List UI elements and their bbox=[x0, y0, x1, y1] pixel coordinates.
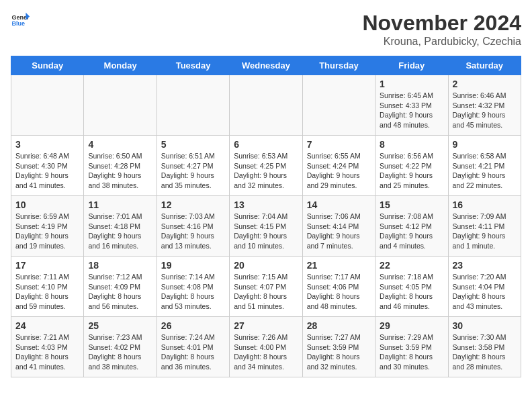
calendar-cell bbox=[157, 75, 229, 136]
calendar-cell: 21Sunrise: 7:17 AM Sunset: 4:06 PM Dayli… bbox=[302, 257, 375, 317]
calendar-cell: 25Sunrise: 7:23 AM Sunset: 4:02 PM Dayli… bbox=[84, 317, 157, 377]
day-number: 25 bbox=[88, 320, 152, 331]
logo: General Blue bbox=[11, 11, 30, 30]
day-info: Sunrise: 7:24 AM Sunset: 4:01 PM Dayligh… bbox=[161, 332, 225, 372]
header-wednesday: Wednesday bbox=[230, 56, 302, 75]
day-number: 9 bbox=[453, 139, 517, 150]
day-number: 11 bbox=[88, 199, 152, 210]
day-number: 16 bbox=[453, 199, 517, 210]
title-block: November 2024 Krouna, Pardubicky, Czechi… bbox=[362, 11, 521, 48]
calendar-week-3: 10Sunrise: 6:59 AM Sunset: 4:19 PM Dayli… bbox=[11, 196, 521, 257]
day-number: 27 bbox=[234, 320, 298, 331]
day-info: Sunrise: 7:08 AM Sunset: 4:12 PM Dayligh… bbox=[380, 212, 443, 251]
day-info: Sunrise: 7:21 AM Sunset: 4:03 PM Dayligh… bbox=[15, 332, 79, 372]
day-number: 30 bbox=[453, 320, 517, 331]
day-info: Sunrise: 6:48 AM Sunset: 4:30 PM Dayligh… bbox=[15, 151, 79, 191]
calendar-cell bbox=[84, 75, 157, 136]
day-info: Sunrise: 7:23 AM Sunset: 4:02 PM Dayligh… bbox=[88, 332, 152, 372]
calendar-cell: 14Sunrise: 7:06 AM Sunset: 4:14 PM Dayli… bbox=[302, 196, 375, 257]
calendar-cell: 30Sunrise: 7:30 AM Sunset: 3:58 PM Dayli… bbox=[448, 317, 521, 377]
day-number: 23 bbox=[453, 260, 517, 271]
header-thursday: Thursday bbox=[302, 56, 375, 75]
day-info: Sunrise: 7:17 AM Sunset: 4:06 PM Dayligh… bbox=[307, 272, 371, 312]
calendar-cell: 7Sunrise: 6:55 AM Sunset: 4:24 PM Daylig… bbox=[302, 136, 375, 196]
day-number: 29 bbox=[380, 320, 443, 331]
day-info: Sunrise: 6:56 AM Sunset: 4:22 PM Dayligh… bbox=[380, 151, 443, 191]
day-info: Sunrise: 7:30 AM Sunset: 3:58 PM Dayligh… bbox=[453, 332, 517, 372]
calendar-table: SundayMondayTuesdayWednesdayThursdayFrid… bbox=[11, 56, 521, 377]
day-number: 26 bbox=[161, 320, 225, 331]
day-info: Sunrise: 7:18 AM Sunset: 4:05 PM Dayligh… bbox=[380, 272, 443, 312]
day-info: Sunrise: 7:15 AM Sunset: 4:07 PM Dayligh… bbox=[234, 272, 298, 312]
day-number: 20 bbox=[234, 260, 298, 271]
calendar-cell: 5Sunrise: 6:51 AM Sunset: 4:27 PM Daylig… bbox=[157, 136, 229, 196]
day-info: Sunrise: 6:55 AM Sunset: 4:24 PM Dayligh… bbox=[307, 151, 371, 191]
calendar-cell: 24Sunrise: 7:21 AM Sunset: 4:03 PM Dayli… bbox=[11, 317, 84, 377]
calendar-header-row: SundayMondayTuesdayWednesdayThursdayFrid… bbox=[11, 56, 521, 75]
calendar-cell: 12Sunrise: 7:03 AM Sunset: 4:16 PM Dayli… bbox=[157, 196, 229, 257]
calendar-cell: 18Sunrise: 7:12 AM Sunset: 4:09 PM Dayli… bbox=[84, 257, 157, 317]
calendar-cell: 2Sunrise: 6:46 AM Sunset: 4:32 PM Daylig… bbox=[448, 75, 521, 136]
day-number: 13 bbox=[234, 199, 298, 210]
location: Krouna, Pardubicky, Czechia bbox=[362, 36, 521, 48]
calendar-cell: 22Sunrise: 7:18 AM Sunset: 4:05 PM Dayli… bbox=[375, 257, 448, 317]
day-info: Sunrise: 7:01 AM Sunset: 4:18 PM Dayligh… bbox=[88, 212, 152, 251]
day-number: 5 bbox=[161, 139, 225, 150]
header-monday: Monday bbox=[84, 56, 157, 75]
calendar-cell: 16Sunrise: 7:09 AM Sunset: 4:11 PM Dayli… bbox=[448, 196, 521, 257]
day-number: 10 bbox=[15, 199, 79, 210]
page-header: General Blue November 2024 Krouna, Pardu… bbox=[11, 11, 521, 48]
day-info: Sunrise: 6:51 AM Sunset: 4:27 PM Dayligh… bbox=[161, 151, 225, 191]
header-sunday: Sunday bbox=[11, 56, 84, 75]
day-number: 7 bbox=[307, 139, 371, 150]
calendar-cell: 20Sunrise: 7:15 AM Sunset: 4:07 PM Dayli… bbox=[230, 257, 302, 317]
day-info: Sunrise: 7:12 AM Sunset: 4:09 PM Dayligh… bbox=[88, 272, 152, 312]
day-info: Sunrise: 7:04 AM Sunset: 4:15 PM Dayligh… bbox=[234, 212, 298, 251]
day-number: 22 bbox=[380, 260, 443, 271]
calendar-week-5: 24Sunrise: 7:21 AM Sunset: 4:03 PM Dayli… bbox=[11, 317, 521, 377]
day-number: 1 bbox=[380, 79, 443, 89]
day-info: Sunrise: 7:20 AM Sunset: 4:04 PM Dayligh… bbox=[453, 272, 517, 312]
calendar-cell: 15Sunrise: 7:08 AM Sunset: 4:12 PM Dayli… bbox=[375, 196, 448, 257]
month-title: November 2024 bbox=[362, 11, 521, 36]
day-info: Sunrise: 6:50 AM Sunset: 4:28 PM Dayligh… bbox=[88, 151, 152, 191]
day-number: 3 bbox=[15, 139, 79, 150]
day-info: Sunrise: 6:59 AM Sunset: 4:19 PM Dayligh… bbox=[15, 212, 79, 251]
day-info: Sunrise: 7:11 AM Sunset: 4:10 PM Dayligh… bbox=[15, 272, 79, 312]
day-number: 2 bbox=[453, 79, 517, 89]
svg-text:Blue: Blue bbox=[11, 20, 25, 27]
calendar-cell: 19Sunrise: 7:14 AM Sunset: 4:08 PM Dayli… bbox=[157, 257, 229, 317]
calendar-cell: 1Sunrise: 6:45 AM Sunset: 4:33 PM Daylig… bbox=[375, 75, 448, 136]
calendar-cell: 11Sunrise: 7:01 AM Sunset: 4:18 PM Dayli… bbox=[84, 196, 157, 257]
header-friday: Friday bbox=[375, 56, 448, 75]
day-info: Sunrise: 7:27 AM Sunset: 3:59 PM Dayligh… bbox=[307, 332, 371, 372]
calendar-cell: 9Sunrise: 6:58 AM Sunset: 4:21 PM Daylig… bbox=[448, 136, 521, 196]
day-number: 28 bbox=[307, 320, 371, 331]
day-info: Sunrise: 6:58 AM Sunset: 4:21 PM Dayligh… bbox=[453, 151, 517, 191]
day-info: Sunrise: 7:09 AM Sunset: 4:11 PM Dayligh… bbox=[453, 212, 517, 251]
calendar-cell: 27Sunrise: 7:26 AM Sunset: 4:00 PM Dayli… bbox=[230, 317, 302, 377]
calendar-cell: 4Sunrise: 6:50 AM Sunset: 4:28 PM Daylig… bbox=[84, 136, 157, 196]
calendar-cell: 28Sunrise: 7:27 AM Sunset: 3:59 PM Dayli… bbox=[302, 317, 375, 377]
calendar-cell: 23Sunrise: 7:20 AM Sunset: 4:04 PM Dayli… bbox=[448, 257, 521, 317]
calendar-cell: 26Sunrise: 7:24 AM Sunset: 4:01 PM Dayli… bbox=[157, 317, 229, 377]
day-info: Sunrise: 7:26 AM Sunset: 4:00 PM Dayligh… bbox=[234, 332, 298, 372]
day-number: 8 bbox=[380, 139, 443, 150]
calendar-cell bbox=[230, 75, 302, 136]
calendar-cell: 29Sunrise: 7:29 AM Sunset: 3:59 PM Dayli… bbox=[375, 317, 448, 377]
day-number: 17 bbox=[15, 260, 79, 271]
day-number: 4 bbox=[88, 139, 152, 150]
day-info: Sunrise: 6:46 AM Sunset: 4:32 PM Dayligh… bbox=[453, 91, 517, 130]
day-number: 19 bbox=[161, 260, 225, 271]
header-saturday: Saturday bbox=[448, 56, 521, 75]
calendar-cell bbox=[11, 75, 84, 136]
calendar-week-1: 1Sunrise: 6:45 AM Sunset: 4:33 PM Daylig… bbox=[11, 75, 521, 136]
calendar-cell: 13Sunrise: 7:04 AM Sunset: 4:15 PM Dayli… bbox=[230, 196, 302, 257]
day-number: 18 bbox=[88, 260, 152, 271]
day-info: Sunrise: 7:14 AM Sunset: 4:08 PM Dayligh… bbox=[161, 272, 225, 312]
calendar-cell: 8Sunrise: 6:56 AM Sunset: 4:22 PM Daylig… bbox=[375, 136, 448, 196]
day-number: 14 bbox=[307, 199, 371, 210]
day-number: 12 bbox=[161, 199, 225, 210]
day-info: Sunrise: 7:06 AM Sunset: 4:14 PM Dayligh… bbox=[307, 212, 371, 251]
day-info: Sunrise: 7:03 AM Sunset: 4:16 PM Dayligh… bbox=[161, 212, 225, 251]
